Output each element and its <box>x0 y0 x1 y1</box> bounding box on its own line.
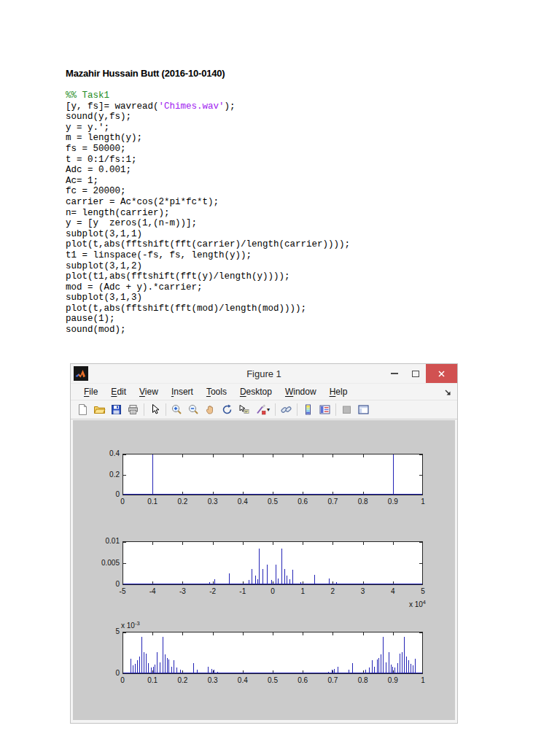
toolbar-separator <box>297 403 298 416</box>
dock-figure-icon[interactable] <box>443 387 453 397</box>
maximize-icon <box>412 371 419 377</box>
figure-canvas: 00.10.20.30.40.50.60.70.80.9100.20.4-5-4… <box>73 420 455 720</box>
code-line: [y, fs]= wavread('Chimes.wav'); <box>66 101 350 112</box>
menu-tools[interactable]: Tools <box>200 387 233 397</box>
open-folder-icon <box>93 403 106 416</box>
x-tick-label: 1 <box>412 676 434 684</box>
x-tick-label: 0.8 <box>352 676 374 684</box>
code-line: n= length(carrier); <box>66 208 350 219</box>
rotate-3d-button[interactable] <box>219 402 236 418</box>
code-line: subplot(3,1,1) <box>66 229 350 240</box>
open-file-button[interactable] <box>91 402 108 418</box>
x-tick-label: 4 <box>382 587 404 595</box>
menu-insert[interactable]: Insert <box>165 387 200 397</box>
menu-help[interactable]: Help <box>323 387 354 397</box>
show-plot-tools-icon <box>357 403 370 416</box>
legend-icon <box>319 403 331 416</box>
colorbar-icon <box>302 403 314 416</box>
menu-window[interactable]: Window <box>279 387 323 397</box>
insert-legend-button[interactable] <box>316 402 333 418</box>
subplot-carrier-spectrum: 00.10.20.30.40.50.60.70.80.9100.20.4 <box>122 454 423 495</box>
menu-view[interactable]: View <box>133 387 165 397</box>
y-tick-label: 0.01 <box>88 537 120 545</box>
x-tick-label: 0.4 <box>232 498 254 506</box>
data-cursor-icon <box>238 403 250 416</box>
code-line: y = y.'; <box>66 123 350 133</box>
x-tick-label: 0.4 <box>232 676 254 684</box>
menu-edit[interactable]: Edit <box>104 387 133 397</box>
code-line: fs = 50000; <box>66 144 350 155</box>
x-tick-label: 1 <box>412 498 434 506</box>
code-line: Adc = 0.001; <box>66 165 350 176</box>
x-tick-label: 0.3 <box>202 498 224 506</box>
code-line: plot(t,abs(fftshift(fft(mod)/length(mod)… <box>66 303 350 314</box>
code-line: t1 = linspace(-fs, fs, length(y)); <box>66 250 350 261</box>
y-tick-label: 0 <box>88 580 120 588</box>
code-line: Ac= 1; <box>66 176 350 187</box>
save-figure-button[interactable] <box>108 402 125 418</box>
x-tick-label: 3 <box>352 587 374 595</box>
x-tick-label: 0.1 <box>141 676 163 684</box>
x-tick-label: 0.2 <box>171 676 193 684</box>
brush-icon <box>254 403 267 416</box>
show-plot-tools-button[interactable] <box>355 402 372 418</box>
hide-plot-tools-icon <box>341 403 353 416</box>
x-tick-label: 1 <box>292 587 314 595</box>
y-tick-label: 0.005 <box>88 559 120 567</box>
x-tick-label: 0 <box>112 676 133 684</box>
link-chain-icon <box>280 403 292 416</box>
figure-window: Figure 1 FileEditViewInsertToolsDesktopW… <box>70 363 458 724</box>
code-line: plot(t1,abs(fftshift(fft(y)/length(y))))… <box>66 271 350 282</box>
code-line: carrier = Ac*cos(2*pi*fc*t); <box>66 197 350 208</box>
minimize-button[interactable] <box>384 364 405 383</box>
x-tick-label: 0.7 <box>322 498 343 506</box>
x-tick-label: 0.5 <box>262 498 284 506</box>
link-plot-button[interactable] <box>278 402 295 418</box>
menu-desktop[interactable]: Desktop <box>233 387 279 397</box>
print-figure-button[interactable] <box>125 402 141 418</box>
zoom-out-button[interactable] <box>185 402 202 418</box>
new-figure-button[interactable] <box>74 402 91 418</box>
pan-button[interactable] <box>202 402 219 418</box>
edit-plot-button[interactable] <box>147 402 163 418</box>
subplot-modulated-spectrum: 00.10.20.30.40.50.60.70.80.9105x 10-3 <box>122 632 423 674</box>
hide-plot-tools-button <box>338 402 355 418</box>
x-tick-label: 0.9 <box>382 498 404 506</box>
code-line: mod = (Adc + y).*carrier; <box>66 282 350 293</box>
code-line: sound(y,fs); <box>66 112 350 123</box>
pan-hand-icon <box>204 403 217 416</box>
figure-titlebar[interactable]: Figure 1 <box>71 364 457 384</box>
close-button[interactable] <box>426 364 457 383</box>
code-line: subplot(3,1,2) <box>66 261 350 272</box>
minimize-icon <box>391 373 398 374</box>
figure-toolbar: ▾ <box>71 400 457 419</box>
y-tick-label: 0 <box>88 490 120 498</box>
x-tick-label: 0 <box>112 498 133 506</box>
x-tick-label: 0.1 <box>141 498 163 506</box>
x-tick-label: -1 <box>232 587 254 595</box>
x-tick-label: 0.6 <box>292 498 314 506</box>
y-tick-label: 0.2 <box>88 471 120 479</box>
zoom-in-button[interactable] <box>168 402 185 418</box>
y-tick-label: 5 <box>88 627 120 635</box>
x-tick-label: 2 <box>322 587 343 595</box>
pointer-arrow-icon <box>149 403 161 416</box>
toolbar-separator <box>144 403 144 416</box>
dropdown-caret-icon[interactable]: ▾ <box>267 406 273 413</box>
signal-spectrum-plot <box>122 541 423 585</box>
code-line: y = [y zeros(1,(n-m))]; <box>66 218 350 229</box>
y-tick-label: 0 <box>88 669 120 677</box>
close-icon <box>438 370 446 378</box>
maximize-button[interactable] <box>405 364 426 383</box>
code-line: fc = 20000; <box>66 186 350 197</box>
subplot-signal-spectrum: -5-4-3-2-101234500.0050.01x 104 <box>122 541 423 585</box>
x-tick-label: 5 <box>412 587 434 595</box>
menu-file[interactable]: File <box>77 387 104 397</box>
code-line: t = 0:1/fs:1; <box>66 155 350 166</box>
data-cursor-button[interactable] <box>236 402 252 418</box>
insert-colorbar-button[interactable] <box>300 402 316 418</box>
save-floppy-icon <box>110 403 122 416</box>
y-tick-label: 0.4 <box>88 449 120 457</box>
x-tick-label: -5 <box>112 587 133 595</box>
x-tick-label: 0.8 <box>352 498 374 506</box>
